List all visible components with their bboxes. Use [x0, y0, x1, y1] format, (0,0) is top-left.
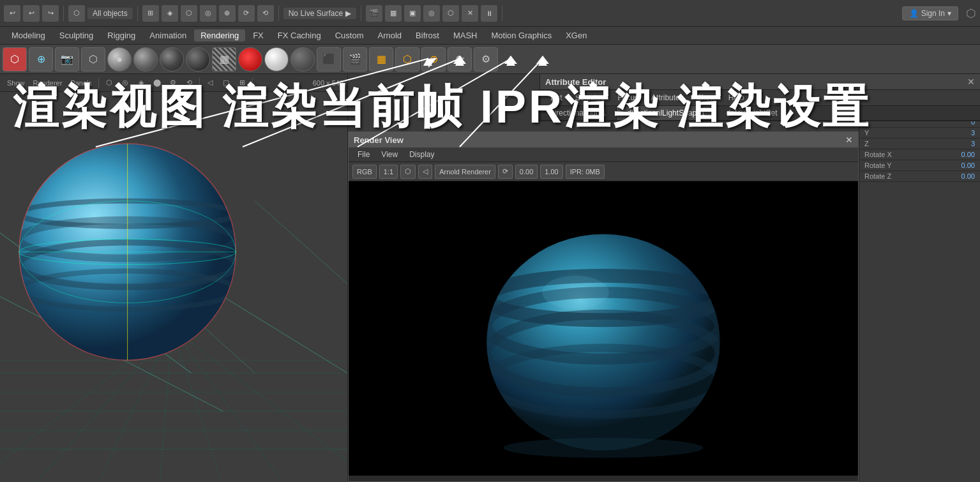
attr-menu-show[interactable]: Show	[690, 91, 722, 104]
vp-icon4[interactable]: ⬤	[150, 76, 164, 90]
anim1-icon[interactable]: 🎬	[366, 5, 382, 22]
menu-modeling[interactable]: Modeling	[5, 29, 52, 41]
attr-tab-light-shape1[interactable]: directionalLightShape1	[617, 106, 716, 120]
shelf-render3-icon[interactable]: ⬡	[395, 47, 419, 72]
vp-icon2[interactable]: ◎	[118, 76, 132, 90]
menu-rigging[interactable]: Rigging	[101, 29, 142, 41]
render-menu-file[interactable]: File	[352, 149, 375, 160]
render-view-titlebar: Render View ✕	[349, 132, 858, 147]
viewport-3d[interactable]	[0, 92, 347, 482]
render-renderer-btn[interactable]: Arnold Renderer	[435, 165, 495, 179]
render-menu-display[interactable]: Display	[404, 149, 439, 160]
snap2-icon[interactable]: ◈	[162, 5, 178, 22]
live-surface-button[interactable]: No Live Surface ▶	[283, 8, 356, 19]
pause-icon[interactable]: ⏸	[481, 5, 497, 22]
shelf-dark-icon[interactable]: ●	[290, 47, 315, 72]
render-view-title: Render View	[354, 135, 840, 145]
render-val2[interactable]: 1.00	[540, 165, 562, 179]
attr-close-button[interactable]: ✕	[967, 77, 975, 87]
attr-tab-light1[interactable]: directionalLight1	[540, 106, 617, 120]
anim6-icon[interactable]: ✕	[462, 5, 478, 22]
shelf-red-icon[interactable]: ●	[238, 47, 262, 72]
left-viewport: Show Renderer Panels ⬡ ◎ ◈ ⬤ ⚙ ⟲ ◁ ▢ ⊞ 6…	[0, 74, 348, 482]
render-toolbar: RGB 1:1 ⬡ ◁ Arnold Renderer ⟳ 0.00 1.00 …	[349, 162, 858, 181]
vp-renderer[interactable]: Renderer	[30, 79, 66, 87]
snap7-icon[interactable]: ⟲	[257, 5, 274, 22]
anim3-icon[interactable]: ▣	[404, 5, 421, 22]
render-content	[349, 181, 858, 476]
menu-bifrost[interactable]: Bifrost	[409, 29, 446, 41]
render-ipr-btn[interactable]: IPR: 0MB	[566, 165, 605, 179]
redo-icon[interactable]: ↪	[42, 5, 59, 22]
attr-tab-default-light-set[interactable]: defaultLightSet	[716, 106, 788, 120]
sign-in-button[interactable]: 👤 Sign In ▾	[902, 6, 958, 20]
shelf-grid-icon[interactable]: ⬛	[317, 47, 341, 72]
menu-mash[interactable]: MASH	[447, 29, 484, 41]
right-area: Attribute Editor ✕ List Selected Focus A…	[348, 74, 980, 482]
snap5-icon[interactable]: ⊕	[219, 5, 236, 22]
shelf-camera3-icon[interactable]: 📷	[55, 47, 79, 72]
shelf-icon4[interactable]: ⬡	[81, 47, 105, 72]
maya-icon[interactable]: ⬡	[966, 6, 976, 20]
vp-show[interactable]: Show	[4, 79, 28, 87]
vp-panels[interactable]: Panels	[67, 79, 95, 87]
select-icon[interactable]: ⬡	[68, 5, 85, 22]
menu-xgen[interactable]: XGen	[559, 29, 593, 41]
menu-rendering[interactable]: Rendering	[194, 29, 245, 41]
render-ratio-btn[interactable]: 1:1	[379, 165, 398, 179]
shelf-render1-icon[interactable]: 🎬	[343, 47, 367, 72]
vp-icon9[interactable]: ⊞	[235, 76, 249, 90]
shelf-render2-icon[interactable]: ▦	[369, 47, 393, 72]
shelf-sphere3-icon[interactable]: ●	[160, 47, 184, 72]
vp-icon5[interactable]: ⚙	[166, 76, 180, 90]
render-icon-btn2[interactable]: ◁	[418, 165, 432, 179]
menu-sculpting[interactable]: Sculpting	[53, 29, 100, 41]
attr-menu-attributes[interactable]: Attributes	[645, 91, 690, 104]
anim2-icon[interactable]: ▦	[385, 5, 402, 22]
shelf-render4-icon[interactable]: ⊕	[421, 47, 446, 72]
menu-motion-graphics[interactable]: Motion Graphics	[485, 29, 558, 41]
anim5-icon[interactable]: ⬡	[442, 5, 459, 22]
vp-icon6[interactable]: ⟲	[182, 76, 196, 90]
anim4-icon[interactable]: ◎	[423, 5, 440, 22]
snap1-icon[interactable]: ⊞	[142, 5, 159, 22]
attr-menu-selected[interactable]: Selected	[569, 91, 612, 104]
snap4-icon[interactable]: ◎	[200, 5, 216, 22]
live-surface-label: No Live Surface	[289, 9, 343, 18]
sep4	[361, 6, 361, 21]
render-view-close-button[interactable]: ✕	[845, 135, 853, 145]
shelf-camera-icon[interactable]: ⬡	[3, 47, 27, 72]
attr-menu-help[interactable]: Help	[722, 91, 751, 104]
vp-icon8[interactable]: ▢	[219, 76, 233, 90]
render-icon-btn1[interactable]: ⬡	[400, 165, 416, 179]
vp-icon1[interactable]: ⬡	[102, 76, 116, 90]
render-menu-view[interactable]: View	[376, 149, 403, 160]
shelf-camera2-icon[interactable]: ⊕	[29, 47, 53, 72]
shelf-settings-icon[interactable]: ⚙	[474, 47, 498, 72]
sign-in-label: Sign In	[921, 9, 945, 18]
shelf-sphere4-icon[interactable]: ●	[186, 47, 210, 72]
shelf-sphere2-icon[interactable]: ●	[133, 47, 158, 72]
shelf-refresh-icon[interactable]: ⟳	[448, 47, 472, 72]
snap6-icon[interactable]: ⟳	[238, 5, 255, 22]
menu-fx[interactable]: FX	[246, 29, 270, 41]
shelf-white-icon[interactable]: ●	[264, 47, 289, 72]
menu-animation[interactable]: Animation	[143, 29, 193, 41]
render-val1[interactable]: 0.00	[515, 165, 538, 179]
undo-icon[interactable]: ↩	[4, 5, 20, 22]
render-rgb-btn[interactable]: RGB	[352, 165, 377, 179]
vp-icon3[interactable]: ◈	[134, 76, 148, 90]
render-refresh-btn[interactable]: ⟳	[498, 165, 513, 179]
attr-menu-focus[interactable]: Focus	[611, 91, 645, 104]
attribute-editor: Attribute Editor ✕ List Selected Focus A…	[539, 74, 980, 121]
attr-menu-list[interactable]: List	[544, 91, 569, 104]
vp-icon7[interactable]: ◁	[203, 76, 217, 90]
undo2-icon[interactable]: ↩	[23, 5, 40, 22]
menu-fx-caching[interactable]: FX Caching	[271, 29, 328, 41]
shelf-texture-icon[interactable]: ▦	[212, 47, 236, 72]
shelf-sphere-icon[interactable]: ●	[107, 47, 132, 72]
menu-arnold[interactable]: Arnold	[372, 29, 409, 41]
menu-custom[interactable]: Custom	[329, 29, 370, 41]
all-objects-label[interactable]: All objects	[87, 8, 133, 19]
snap3-icon[interactable]: ⬡	[181, 5, 197, 22]
